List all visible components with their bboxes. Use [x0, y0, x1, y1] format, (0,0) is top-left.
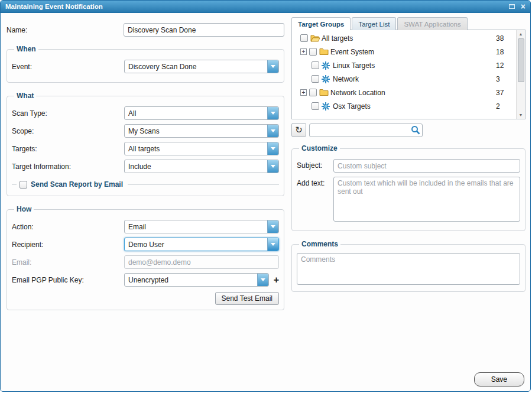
tree-checkbox[interactable] [309, 48, 317, 56]
comments-section: Comments [291, 240, 525, 292]
action-row: Action: Email [12, 220, 279, 233]
action-select[interactable]: Email [124, 220, 279, 233]
tree-label: Network Location [330, 89, 496, 97]
tree-row[interactable]: Network 3 [293, 72, 515, 86]
target-info-row: Target Information: Include [12, 160, 279, 173]
scan-type-select[interactable]: All [124, 106, 279, 120]
email-label: Email: [12, 258, 124, 267]
comments-input[interactable] [297, 253, 520, 285]
tab-target-list[interactable]: Target List [352, 17, 396, 30]
event-notification-dialog: Maintaining Event Notification × Name: W… [0, 0, 531, 392]
targets-label: Targets: [12, 145, 124, 153]
customize-section: Customize Subject: Add text: [291, 144, 525, 231]
add-text-input[interactable] [333, 177, 520, 222]
send-report-checkbox[interactable] [20, 181, 27, 189]
tree-count: 2 [496, 102, 515, 111]
targets-select[interactable]: All targets [124, 142, 279, 155]
chevron-down-icon[interactable] [267, 238, 278, 251]
add-text-row: Add text: [297, 177, 520, 222]
scope-row: Scope: My Scans [12, 124, 279, 138]
when-section: When Event: Discovery Scan Done [7, 45, 284, 83]
chevron-down-icon[interactable] [267, 60, 278, 73]
right-panel: Target Groups Target List SWAT Applicati… [291, 17, 525, 301]
scan-type-row: Scan Type: All [12, 106, 279, 120]
scrollbar-thumb[interactable] [518, 38, 524, 82]
recipient-select[interactable]: Demo User [124, 238, 279, 251]
email-field [124, 255, 279, 269]
scan-type-value: All [125, 109, 267, 118]
targets-row: Targets: All targets [12, 142, 279, 155]
subject-input[interactable] [333, 159, 520, 173]
tree-checkbox[interactable] [309, 89, 317, 96]
pgp-select[interactable]: Unencrypted [124, 273, 269, 287]
target-tabs: Target Groups Target List SWAT Applicati… [291, 17, 525, 30]
name-input[interactable] [124, 23, 284, 37]
tree-scrollbar[interactable]: ▲ ▼ [516, 30, 525, 119]
target-info-select[interactable]: Include [124, 160, 279, 173]
pgp-value: Unencrypted [125, 276, 257, 284]
action-label: Action: [12, 223, 124, 231]
tree-count: 37 [496, 89, 515, 97]
tree-count: 3 [496, 75, 515, 83]
tree-checkbox[interactable] [312, 75, 319, 83]
tab-target-groups[interactable]: Target Groups [291, 17, 351, 30]
tree-items: All targets 38 + Event System 18 [293, 31, 515, 119]
comments-legend: Comments [299, 240, 340, 248]
subject-label: Subject: [297, 159, 333, 173]
expand-icon[interactable]: + [300, 48, 307, 55]
pgp-label: Email PGP Public Key: [12, 276, 124, 284]
tree-count: 18 [496, 48, 515, 56]
scroll-up-icon[interactable]: ▲ [519, 30, 523, 38]
chevron-down-icon[interactable] [267, 107, 278, 119]
chevron-down-icon[interactable] [267, 160, 278, 173]
close-icon[interactable]: × [521, 2, 525, 11]
tree-row[interactable]: + Network Location 37 [293, 86, 515, 99]
scope-select[interactable]: My Scans [124, 124, 279, 138]
scan-type-label: Scan Type: [12, 109, 124, 118]
recipient-value: Demo User [125, 241, 267, 249]
divider [128, 184, 279, 185]
titlebar: Maintaining Event Notification × [1, 1, 530, 13]
chevron-down-icon[interactable] [257, 274, 268, 286]
tree-row[interactable]: Osx Targets 2 [293, 99, 515, 113]
tree-label: Osx Targets [333, 102, 496, 111]
action-value: Email [125, 223, 267, 231]
scroll-down-icon[interactable]: ▼ [519, 111, 523, 119]
tree-row[interactable]: All targets 38 [293, 31, 515, 45]
search-wrap [309, 124, 423, 137]
add-text-label: Add text: [297, 177, 333, 222]
tree-row[interactable]: Linux Targets 12 [293, 59, 515, 72]
tree-checkbox[interactable] [312, 102, 319, 110]
add-key-button[interactable]: + [274, 276, 279, 284]
target-info-value: Include [125, 163, 267, 171]
target-group-icon [322, 75, 333, 83]
name-row: Name: [7, 23, 284, 37]
tree-search-row: ↻ [291, 123, 525, 137]
tree-checkbox[interactable] [300, 34, 308, 42]
popout-icon[interactable] [509, 4, 515, 9]
email-row: Email: [12, 255, 279, 269]
tree-checkbox[interactable] [312, 61, 319, 69]
targets-value: All targets [125, 145, 267, 153]
chevron-down-icon[interactable] [267, 142, 278, 155]
refresh-button[interactable]: ↻ [291, 123, 306, 137]
tree-row[interactable]: + Event System 18 [293, 45, 515, 59]
send-test-email-button[interactable]: Send Test Email [215, 292, 280, 305]
target-info-label: Target Information: [12, 163, 124, 171]
tree-label: Event System [330, 48, 496, 56]
expand-icon[interactable]: + [300, 89, 307, 96]
tree-search-input[interactable] [309, 124, 423, 137]
tree-count: 38 [496, 34, 515, 43]
event-select[interactable]: Discovery Scan Done [124, 60, 279, 73]
name-label: Name: [7, 26, 124, 34]
target-group-icon [322, 102, 333, 111]
search-icon[interactable] [410, 125, 421, 135]
recipient-label: Recipient: [12, 241, 124, 249]
chevron-down-icon[interactable] [267, 125, 278, 137]
send-report-row: Send Scan Report by Email [12, 180, 279, 189]
pgp-row: Email PGP Public Key: Unencrypted + [12, 273, 279, 287]
tree-label: All targets [322, 34, 496, 43]
chevron-down-icon[interactable] [267, 220, 278, 233]
save-button[interactable]: Save [474, 372, 524, 386]
how-legend: How [14, 205, 34, 213]
